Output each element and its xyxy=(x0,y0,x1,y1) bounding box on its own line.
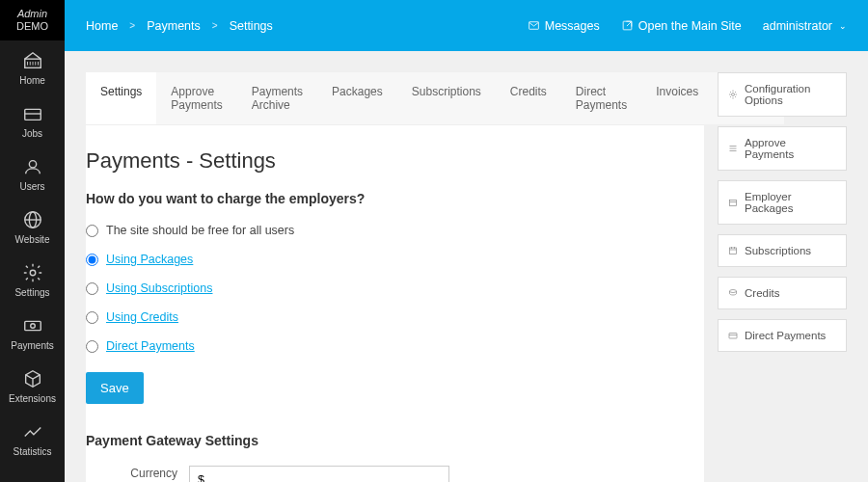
breadcrumb-separator: > xyxy=(212,20,218,31)
opt-approve-payments[interactable]: Approve Payments xyxy=(718,126,847,171)
messages-link[interactable]: Messages xyxy=(528,19,600,33)
external-link-icon xyxy=(621,19,634,32)
option-packages-label[interactable]: Using Packages xyxy=(106,253,193,266)
globe-icon xyxy=(21,209,44,230)
open-main-label: Open the Main Site xyxy=(638,19,742,33)
currency-symbol-row: Currency Symbol: xyxy=(86,466,704,482)
opt-label: Subscriptions xyxy=(745,245,811,256)
opt-label: Approve Payments xyxy=(745,137,837,160)
svg-rect-8 xyxy=(24,322,41,331)
option-packages[interactable]: Using Packages xyxy=(86,253,704,266)
svg-rect-10 xyxy=(529,22,538,30)
tab-invoices[interactable]: Invoices xyxy=(641,72,713,124)
opt-label: Employer Packages xyxy=(745,191,837,214)
sidebar-item-label: Jobs xyxy=(22,128,42,139)
topbar: Home > Payments > Settings Messages Open… xyxy=(65,0,868,51)
sidebar-item-jobs[interactable]: Jobs xyxy=(0,94,65,147)
svg-point-3 xyxy=(29,161,36,168)
sidebar-item-users[interactable]: Users xyxy=(0,147,65,200)
svg-rect-24 xyxy=(729,334,737,339)
radio-credits[interactable] xyxy=(86,311,98,324)
opt-label: Direct Payments xyxy=(745,330,826,341)
list-icon xyxy=(727,143,739,154)
page-title: Payments - Settings xyxy=(86,148,704,191)
open-main-site-link[interactable]: Open the Main Site xyxy=(621,19,742,33)
svg-rect-1 xyxy=(24,110,41,120)
svg-line-12 xyxy=(627,21,632,26)
breadcrumb-payments[interactable]: Payments xyxy=(147,19,201,33)
options-panel: Configuration Options Approve Payments E… xyxy=(718,72,847,482)
coins-icon xyxy=(727,287,739,299)
option-free-label: The site should be free for all users xyxy=(106,224,294,237)
sidebar-item-label: Users xyxy=(19,181,44,192)
messages-label: Messages xyxy=(545,19,600,33)
radio-free[interactable] xyxy=(86,225,98,237)
sidebar-item-label: Payments xyxy=(11,340,53,351)
package-icon xyxy=(727,197,739,208)
sidebar-item-home[interactable]: Home xyxy=(0,40,65,94)
opt-label: Credits xyxy=(745,287,779,299)
tab-bar: Settings Approve Payments Payments Archi… xyxy=(86,72,704,125)
tab-settings[interactable]: Settings xyxy=(86,72,156,124)
user-label: administrator xyxy=(763,19,832,33)
svg-point-13 xyxy=(732,94,735,96)
option-credits[interactable]: Using Credits xyxy=(86,310,704,324)
sidebar-item-label: Settings xyxy=(14,287,49,298)
users-icon xyxy=(21,156,44,177)
currency-symbol-input[interactable] xyxy=(189,466,449,482)
sidebar-item-website[interactable]: Website xyxy=(0,200,65,253)
svg-rect-17 xyxy=(730,201,737,206)
home-icon xyxy=(21,50,44,71)
sidebar-item-label: Extensions xyxy=(9,393,56,404)
money-icon xyxy=(21,315,44,336)
option-subscriptions[interactable]: Using Subscriptions xyxy=(86,281,704,295)
save-button[interactable]: Save xyxy=(86,372,144,404)
sidebar-item-payments[interactable]: Payments xyxy=(0,306,65,359)
tab-packages[interactable]: Packages xyxy=(317,72,397,124)
sidebar-item-settings[interactable]: Settings xyxy=(0,253,65,306)
svg-point-7 xyxy=(30,271,36,277)
radio-packages[interactable] xyxy=(86,254,98,266)
option-free[interactable]: The site should be free for all users xyxy=(86,224,704,237)
option-direct[interactable]: Direct Payments xyxy=(86,339,704,353)
sidebar-item-statistics[interactable]: Statistics xyxy=(0,412,65,465)
currency-symbol-label: Currency Symbol: xyxy=(86,467,177,482)
radio-direct[interactable] xyxy=(86,340,98,353)
tab-subscriptions[interactable]: Subscriptions xyxy=(397,72,496,124)
card-icon xyxy=(21,103,44,124)
opt-label: Configuration Options xyxy=(745,83,837,106)
opt-direct-payments[interactable]: Direct Payments xyxy=(718,319,847,352)
brand-logo: Admin DEMO xyxy=(0,0,65,40)
tab-direct-payments[interactable]: Direct Payments xyxy=(561,72,641,124)
chart-icon xyxy=(21,421,44,442)
cube-icon xyxy=(21,368,44,389)
sidebar: Admin DEMO Home Jobs Users Website S xyxy=(0,0,65,482)
gear-icon xyxy=(21,262,44,283)
opt-employer-packages[interactable]: Employer Packages xyxy=(718,180,847,225)
sidebar-item-extensions[interactable]: Extensions xyxy=(0,359,65,412)
opt-subscriptions[interactable]: Subscriptions xyxy=(718,234,847,267)
option-credits-label[interactable]: Using Credits xyxy=(106,310,178,324)
message-icon xyxy=(528,19,540,32)
sidebar-item-label: Home xyxy=(19,75,45,86)
tab-payments-archive[interactable]: Payments Archive xyxy=(237,72,317,124)
breadcrumb: Home > Payments > Settings xyxy=(86,19,273,33)
gear-icon xyxy=(727,89,739,100)
card-icon xyxy=(727,330,739,341)
breadcrumb-home[interactable]: Home xyxy=(86,19,118,33)
option-direct-label[interactable]: Direct Payments xyxy=(106,339,195,353)
breadcrumb-settings[interactable]: Settings xyxy=(230,19,273,33)
opt-credits[interactable]: Credits xyxy=(718,277,847,309)
sidebar-item-label: Website xyxy=(15,234,50,245)
tab-credits[interactable]: Credits xyxy=(496,72,561,124)
svg-point-23 xyxy=(730,290,737,293)
charge-options: The site should be free for all users Us… xyxy=(86,224,704,353)
option-subscriptions-label[interactable]: Using Subscriptions xyxy=(106,281,212,295)
opt-configuration[interactable]: Configuration Options xyxy=(718,72,847,117)
calendar-icon xyxy=(727,245,739,256)
radio-subscriptions[interactable] xyxy=(86,282,98,295)
tab-approve-payments[interactable]: Approve Payments xyxy=(156,72,236,124)
user-menu[interactable]: administrator ⌄ xyxy=(763,19,847,33)
svg-rect-19 xyxy=(730,248,737,254)
brand-line1: Admin xyxy=(6,8,59,20)
